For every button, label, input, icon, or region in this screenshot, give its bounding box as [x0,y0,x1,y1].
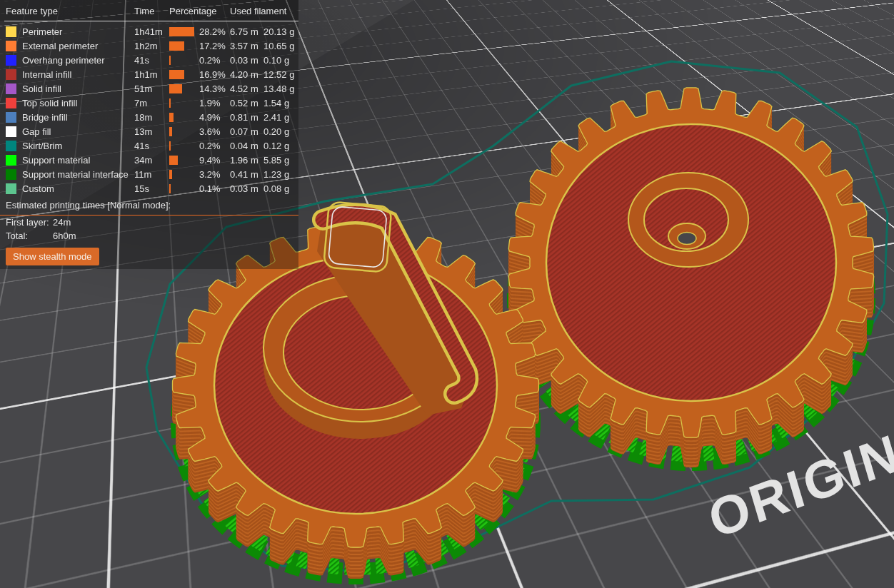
feature-percentage: 17.2% [199,41,230,51]
percentage-bar-track [169,127,199,136]
legend-row: Overhang perimeter41s0.2%0.03 m0.10 g [0,53,298,67]
feature-label: Support material [22,155,134,166]
percentage-bar [169,184,171,193]
percentage-bar [169,170,172,179]
legend-row: Support material34m9.4%1.96 m5.85 g [0,153,298,167]
feature-color-swatch [6,169,16,180]
estimated-times-title: Estimated printing times [Normal mode]: [6,200,298,211]
feature-percentage: 3.6% [199,126,230,137]
legend-row: Skirt/Brim41s0.2%0.04 m0.12 g [0,138,298,153]
col-header-used-filament: Used filament [230,6,298,16]
legend-row: Internal infill1h1m16.9%4.20 m12.52 g [0,67,298,81]
feature-percentage: 0.2% [199,141,230,151]
feature-percentage: 0.2% [199,55,230,66]
feature-filament-length: 4.52 m [230,83,263,94]
feature-filament-weight: 10.65 g [263,41,298,51]
feature-label: Skirt/Brim [22,141,134,151]
legend-row: Bridge infill18m4.9%0.81 m2.41 g [0,110,298,124]
first-layer-value: 24m [53,217,71,228]
col-header-percentage: Percentage [169,6,230,16]
feature-time: 15s [134,183,169,194]
first-layer-label: First layer: [6,217,53,228]
percentage-bar-track [169,41,199,51]
feature-time: 1h2m [134,41,169,51]
legend-row: Solid infill51m14.3%4.52 m13.48 g [0,81,298,96]
feature-time: 13m [134,126,169,137]
feature-filament-length: 6.75 m [230,26,263,37]
feature-filament-weight: 2.41 g [263,112,298,123]
percentage-bar-track [169,84,199,93]
legend-header-row: Feature type Time Percentage Used filame… [0,0,298,21]
feature-filament-length: 3.57 m [230,41,263,51]
percentage-bar-track [169,113,199,122]
feature-time: 51m [134,83,169,94]
legend-rows: Perimeter1h41m28.2%6.75 m20.13 gExternal… [0,24,298,196]
percentage-bar-track [169,170,199,179]
legend-panel: Feature type Time Percentage Used filame… [0,0,298,269]
feature-color-swatch [6,26,16,37]
feature-filament-weight: 0.08 g [263,183,298,194]
total-label: Total: [6,230,53,241]
percentage-bar-track [169,141,199,151]
feature-color-swatch [6,155,16,166]
feature-filament-length: 1.96 m [230,155,263,166]
feature-time: 18m [134,112,169,123]
feature-label: Top solid infill [22,98,134,108]
percentage-bar-track [169,70,199,79]
show-stealth-mode-button[interactable]: Show stealth mode [6,248,99,265]
feature-percentage: 14.3% [199,83,230,94]
percentage-bar [169,27,194,36]
feature-color-swatch [6,41,16,51]
feature-color-swatch [6,126,16,137]
feature-filament-weight: 0.12 g [263,141,298,151]
legend-row: Perimeter1h41m28.2%6.75 m20.13 g [0,24,298,39]
feature-filament-weight: 5.85 g [263,155,298,166]
feature-filament-length: 0.41 m [230,169,263,180]
feature-time: 41s [134,141,169,151]
feature-percentage: 4.9% [199,112,230,123]
feature-color-swatch [6,69,16,80]
feature-label: Gap fill [22,126,134,137]
legend-row: Support material interface11m3.2%0.41 m1… [0,167,298,181]
percentage-bar [169,41,184,51]
percentage-bar-track [169,156,199,165]
col-header-feature-type: Feature type [6,6,134,16]
feature-color-swatch [6,55,16,66]
feature-label: Support material interface [22,169,134,180]
feature-percentage: 9.4% [199,155,230,166]
feature-filament-weight: 20.13 g [263,26,298,37]
feature-label: External perimeter [22,41,134,51]
feature-time: 7m [134,98,169,108]
feature-time: 34m [134,155,169,166]
percentage-bar [169,113,174,122]
total-time-row: Total: 6h0m [0,229,298,243]
feature-percentage: 28.2% [199,26,230,37]
feature-time: 1h41m [134,26,169,37]
feature-color-swatch [6,141,16,151]
feature-filament-length: 0.81 m [230,112,263,123]
legend-row: Top solid infill7m1.9%0.52 m1.54 g [0,96,298,110]
feature-color-swatch [6,112,16,123]
col-header-time: Time [134,6,169,16]
feature-time: 41s [134,55,169,66]
percentage-bar-track [169,27,199,36]
percentage-bar-track [169,184,199,193]
feature-color-swatch [6,183,16,194]
feature-filament-weight: 1.54 g [263,98,298,108]
percentage-bar-track [169,98,199,108]
feature-time: 11m [134,169,169,180]
feature-color-swatch [6,98,16,108]
percentage-bar [169,98,171,108]
feature-filament-length: 0.07 m [230,126,263,137]
feature-filament-weight: 0.10 g [263,55,298,66]
feature-filament-weight: 1.23 g [263,169,298,180]
feature-label: Internal infill [22,69,134,80]
feature-label: Overhang perimeter [22,55,134,66]
percentage-bar [169,141,171,151]
hub-axle-hole [678,233,696,245]
feature-label: Bridge infill [22,112,134,123]
feature-color-swatch [6,83,16,94]
feature-filament-length: 0.52 m [230,98,263,108]
feature-filament-length: 0.04 m [230,141,263,151]
feature-label: Custom [22,183,134,194]
